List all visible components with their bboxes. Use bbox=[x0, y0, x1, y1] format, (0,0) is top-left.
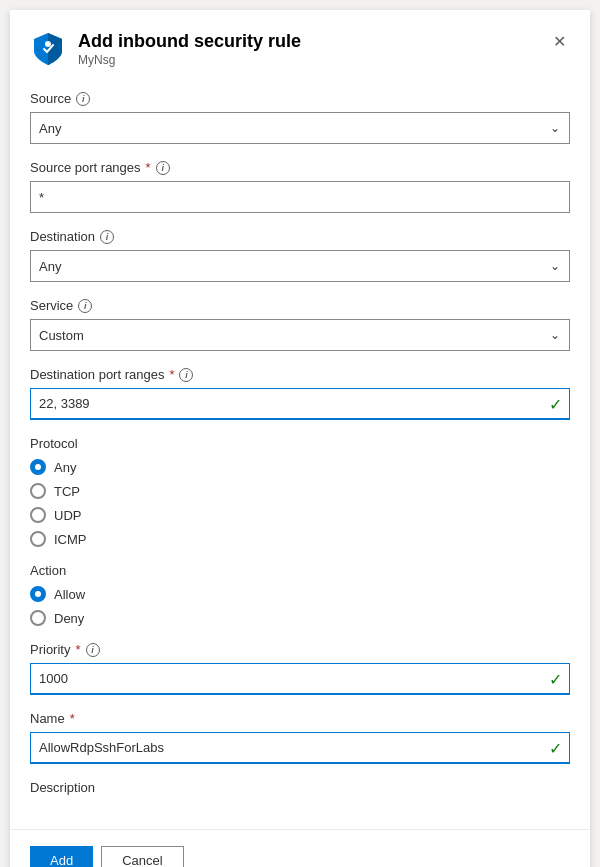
protocol-any-radio[interactable] bbox=[30, 459, 46, 475]
dest-port-ranges-input[interactable] bbox=[30, 388, 570, 420]
name-input-wrapper: ✓ bbox=[30, 732, 570, 764]
action-allow-radio[interactable] bbox=[30, 586, 46, 602]
azure-shield-icon bbox=[30, 31, 66, 67]
service-group: Service i Custom HTTP HTTPS RDP SSH ⌄ bbox=[30, 298, 570, 351]
priority-required-mark: * bbox=[75, 642, 80, 657]
dest-port-ranges-group: Destination port ranges * i ✓ bbox=[30, 367, 570, 420]
dest-port-check-icon: ✓ bbox=[549, 395, 562, 414]
priority-input-wrapper: ✓ bbox=[30, 663, 570, 695]
name-input[interactable] bbox=[30, 732, 570, 764]
service-select-wrapper: Custom HTTP HTTPS RDP SSH ⌄ bbox=[30, 319, 570, 351]
service-label: Service i bbox=[30, 298, 570, 313]
source-port-ranges-group: Source port ranges * i bbox=[30, 160, 570, 213]
header-left: Add inbound security rule MyNsg bbox=[30, 30, 301, 67]
description-label: Description bbox=[30, 780, 570, 795]
action-deny-item: Deny bbox=[30, 610, 570, 626]
destination-group: Destination i Any IP Addresses Service T… bbox=[30, 229, 570, 282]
source-port-info-icon[interactable]: i bbox=[156, 161, 170, 175]
protocol-any-label[interactable]: Any bbox=[54, 460, 76, 475]
name-required-mark: * bbox=[70, 711, 75, 726]
description-group: Description bbox=[30, 780, 570, 795]
action-deny-radio[interactable] bbox=[30, 610, 46, 626]
header-text: Add inbound security rule MyNsg bbox=[78, 30, 301, 67]
protocol-udp-label[interactable]: UDP bbox=[54, 508, 81, 523]
source-group: Source i Any IP Addresses Service Tag Ap… bbox=[30, 91, 570, 144]
protocol-group: Protocol Any TCP UDP ICMP bbox=[30, 436, 570, 547]
add-button[interactable]: Add bbox=[30, 846, 93, 867]
source-port-required-mark: * bbox=[146, 160, 151, 175]
dest-port-info-icon[interactable]: i bbox=[179, 368, 193, 382]
name-check-icon: ✓ bbox=[549, 739, 562, 758]
panel-footer: Add Cancel bbox=[10, 829, 590, 867]
protocol-tcp-label[interactable]: TCP bbox=[54, 484, 80, 499]
panel-title: Add inbound security rule bbox=[78, 30, 301, 53]
source-select-wrapper: Any IP Addresses Service Tag Application… bbox=[30, 112, 570, 144]
close-button[interactable]: ✕ bbox=[549, 30, 570, 54]
action-deny-label[interactable]: Deny bbox=[54, 611, 84, 626]
destination-select[interactable]: Any IP Addresses Service Tag Application… bbox=[30, 250, 570, 282]
action-allow-label[interactable]: Allow bbox=[54, 587, 85, 602]
protocol-tcp-item: TCP bbox=[30, 483, 570, 499]
protocol-icmp-radio[interactable] bbox=[30, 531, 46, 547]
protocol-tcp-radio[interactable] bbox=[30, 483, 46, 499]
add-inbound-rule-panel: Add inbound security rule MyNsg ✕ Source… bbox=[10, 10, 590, 867]
action-allow-item: Allow bbox=[30, 586, 570, 602]
dest-port-input-wrapper: ✓ bbox=[30, 388, 570, 420]
source-info-icon[interactable]: i bbox=[76, 92, 90, 106]
action-label: Action bbox=[30, 563, 570, 578]
dest-port-required-mark: * bbox=[169, 367, 174, 382]
source-select[interactable]: Any IP Addresses Service Tag Application… bbox=[30, 112, 570, 144]
priority-input[interactable] bbox=[30, 663, 570, 695]
protocol-label: Protocol bbox=[30, 436, 570, 451]
priority-check-icon: ✓ bbox=[549, 670, 562, 689]
destination-info-icon[interactable]: i bbox=[100, 230, 114, 244]
protocol-any-item: Any bbox=[30, 459, 570, 475]
action-radio-group: Allow Deny bbox=[30, 586, 570, 626]
protocol-udp-radio[interactable] bbox=[30, 507, 46, 523]
close-icon: ✕ bbox=[553, 33, 566, 50]
service-info-icon[interactable]: i bbox=[78, 299, 92, 313]
priority-info-icon[interactable]: i bbox=[86, 643, 100, 657]
destination-label: Destination i bbox=[30, 229, 570, 244]
panel-subtitle: MyNsg bbox=[78, 53, 301, 67]
cancel-button[interactable]: Cancel bbox=[101, 846, 183, 867]
name-label: Name * bbox=[30, 711, 570, 726]
name-group: Name * ✓ bbox=[30, 711, 570, 764]
protocol-udp-item: UDP bbox=[30, 507, 570, 523]
priority-label: Priority * i bbox=[30, 642, 570, 657]
service-select[interactable]: Custom HTTP HTTPS RDP SSH bbox=[30, 319, 570, 351]
source-port-ranges-label: Source port ranges * i bbox=[30, 160, 570, 175]
protocol-icmp-label[interactable]: ICMP bbox=[54, 532, 87, 547]
dest-port-ranges-label: Destination port ranges * i bbox=[30, 367, 570, 382]
priority-group: Priority * i ✓ bbox=[30, 642, 570, 695]
action-group: Action Allow Deny bbox=[30, 563, 570, 626]
protocol-radio-group: Any TCP UDP ICMP bbox=[30, 459, 570, 547]
source-port-ranges-input[interactable] bbox=[30, 181, 570, 213]
protocol-icmp-item: ICMP bbox=[30, 531, 570, 547]
source-label: Source i bbox=[30, 91, 570, 106]
panel-header: Add inbound security rule MyNsg ✕ bbox=[30, 30, 570, 67]
destination-select-wrapper: Any IP Addresses Service Tag Application… bbox=[30, 250, 570, 282]
